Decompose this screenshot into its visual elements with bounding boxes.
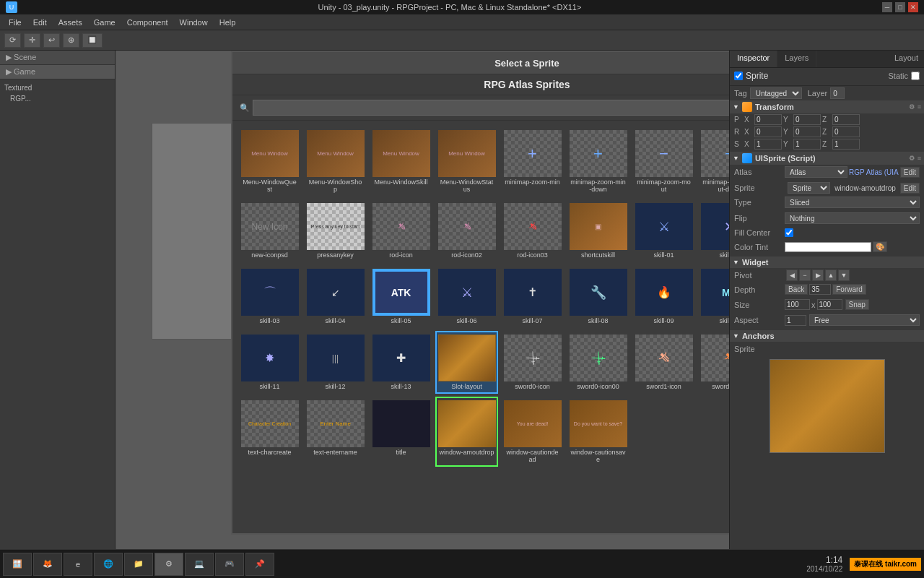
taskbar-game[interactable]: 🎮 (215, 553, 244, 576)
toolbar-btn-2[interactable]: ✛ (24, 33, 40, 48)
sprite-item-skill02[interactable]: ✕ skill-02 (698, 199, 729, 262)
fill-center-checkbox[interactable] (785, 228, 793, 237)
sprite-item-minimap-zoomin[interactable]: + minimap-zoom-min (501, 126, 564, 197)
depth-forward-button[interactable]: Forward (832, 284, 866, 295)
scale-y[interactable] (793, 139, 821, 150)
sprite-edit-button[interactable]: Edit (900, 183, 920, 194)
sprite-item-window-cautionsave[interactable]: Do you want to save? window-cautionsave (567, 397, 629, 467)
rotation-z[interactable] (832, 126, 860, 137)
menu-assets[interactable]: Assets (53, 17, 88, 28)
sprite-item-text-charcreate[interactable]: Character Creation text-charcreate (238, 397, 301, 467)
sprite-item-sword1-icon[interactable]: 🗡 sword1-icon (632, 331, 695, 394)
pivot-minus-button[interactable]: − (799, 269, 811, 281)
sprite-select[interactable]: Sprite (788, 182, 830, 194)
layer-input[interactable] (830, 87, 845, 99)
sprite-item-skill01[interactable]: ⚔ skill-01 (632, 199, 695, 262)
taskbar-explorer[interactable]: 📁 (124, 553, 153, 576)
color-tint-swatch[interactable] (785, 242, 871, 252)
window-controls[interactable]: ─ □ ✕ (882, 2, 918, 12)
sprite-item-menu-windowskill[interactable]: Menu Window Menu-WindowSkill (370, 126, 432, 197)
transform-menu[interactable]: ≡ (918, 103, 921, 111)
size-height-input[interactable] (817, 299, 842, 310)
size-width-input[interactable] (785, 299, 810, 310)
position-y[interactable] (793, 114, 821, 125)
layout-dropdown[interactable]: Layout (889, 51, 924, 67)
sprite-item-skill12[interactable]: ||| skill-12 (304, 331, 367, 394)
atlas-value[interactable]: RGP Atlas (UIA (849, 168, 899, 176)
sprite-item-newicon[interactable]: New Icon new-iconpsd (238, 199, 301, 262)
sprite-item-minimap-zoomindown[interactable]: + minimap-zoom-min-down (567, 126, 629, 197)
sprite-item-rod-icon[interactable]: 🗡 rod-icon (370, 199, 432, 262)
sprite-item-shortcutskill[interactable]: ▣ shortcutskill (567, 199, 629, 262)
taskbar-chrome[interactable]: 🌐 (94, 553, 123, 576)
sprite-item-skill09[interactable]: 🔥 skill-09 (632, 265, 695, 328)
sprite-item-rod-icon02[interactable]: 🗡 rod-icon02 (435, 199, 498, 262)
menu-component[interactable]: Component (121, 17, 174, 28)
layers-tab[interactable]: Layers (777, 51, 816, 67)
scene-tab[interactable]: ▶ Scene (0, 51, 115, 65)
toolbar-btn-4[interactable]: ⊕ (63, 33, 79, 48)
taskbar-pin[interactable]: 📌 (245, 553, 274, 576)
atlas-edit-button[interactable]: Edit (900, 167, 920, 178)
toolbar-btn-3[interactable]: ↩ (43, 33, 60, 48)
inspector-tab[interactable]: Inspector (730, 51, 777, 67)
atlas-select[interactable]: Atlas (785, 166, 847, 178)
scale-x[interactable] (754, 139, 782, 150)
uisprite-header[interactable]: ▼ UISprite (Script) ⚙ ≡ (730, 152, 924, 165)
sprite-item-skill03[interactable]: ⌒ skill-03 (238, 265, 301, 328)
static-checkbox[interactable] (911, 72, 920, 80)
search-input[interactable] (253, 100, 729, 116)
menu-help[interactable]: Help (214, 17, 242, 28)
sprite-item-text-entername[interactable]: Enter Name text-entername (304, 397, 367, 467)
transform-gear[interactable]: ⚙ (909, 103, 915, 111)
position-x[interactable] (754, 114, 782, 125)
depth-input[interactable] (809, 284, 831, 295)
sprite-item-menu-windowstatus[interactable]: Menu Window Menu-WindowStatus (435, 126, 498, 197)
type-select[interactable]: Sliced (785, 197, 920, 208)
transform-header[interactable]: ▼ Transform ⚙ ≡ (730, 100, 924, 113)
sprite-item-skill04[interactable]: ↙ skill-04 (304, 265, 367, 328)
taskbar-unity[interactable]: ⚙ (154, 553, 183, 576)
aspect-mode-select[interactable]: Free (809, 314, 920, 326)
widget-header[interactable]: ▼ Widget (730, 256, 924, 268)
sprite-item-menu-windowquest[interactable]: Menu Window Menu-WindowQuest (238, 126, 301, 197)
position-z[interactable] (832, 114, 860, 125)
pivot-right-button[interactable]: ▶ (812, 269, 824, 281)
toolbar-btn-1[interactable]: ⟳ (4, 33, 21, 48)
sprite-item-menu-windowshop[interactable]: Menu Window Menu-WindowShop (304, 126, 367, 197)
pivot-down-button[interactable]: ▼ (838, 269, 850, 281)
rotation-y[interactable] (793, 126, 821, 137)
sprite-item-skill06[interactable]: ⚔ skill-06 (435, 265, 498, 328)
menu-file[interactable]: File (3, 17, 27, 28)
sprite-item-sword0-icon[interactable]: ⚔ sword0-icon (501, 331, 564, 394)
menu-edit[interactable]: Edit (27, 17, 53, 28)
rotation-x[interactable] (754, 126, 782, 137)
uisprite-gear[interactable]: ⚙ (909, 155, 915, 162)
snap-button[interactable]: Snap (845, 299, 869, 310)
sprite-item-title[interactable]: title (370, 397, 432, 467)
taskbar-firefox[interactable]: 🦊 (33, 553, 62, 576)
sprite-item-window-amoutdrop[interactable]: window-amoutdrop (435, 397, 498, 467)
scale-z[interactable] (832, 139, 860, 150)
sprite-item-sword0-icon00[interactable]: ⚔ sword0-icon00 (567, 331, 629, 394)
sprite-item-skill08[interactable]: 🔧 skill-08 (567, 265, 629, 328)
sprite-item-skill11[interactable]: ✸ skill-11 (238, 331, 301, 394)
toolbar-btn-5[interactable]: 🔲 (82, 33, 103, 48)
sprite-item-sword2-icon[interactable]: 🗡 sword2-icon (698, 331, 729, 394)
sprite-item-skill13[interactable]: ✚ skill-13 (370, 331, 432, 394)
maximize-button[interactable]: □ (895, 2, 905, 12)
tag-select[interactable]: Untagged (750, 87, 802, 99)
sprite-item-skill05[interactable]: ATK skill-05 (370, 265, 432, 328)
flip-select[interactable]: Nothing (785, 212, 920, 224)
sprite-item-minimap-zoommoutdown[interactable]: − minimap-zoom-mout-down (698, 126, 729, 197)
game-tab[interactable]: ▶ Game (0, 65, 115, 79)
aspect-input[interactable] (785, 315, 806, 326)
gameobject-active-checkbox[interactable] (734, 72, 743, 80)
taskbar-vs[interactable]: 💻 (185, 553, 214, 576)
sprite-item-rod-icon03[interactable]: 🗡 rod-icon03 (501, 199, 564, 262)
hierarchy-item-textured[interactable]: Textured (3, 82, 112, 93)
sprite-item-skill07[interactable]: ✝ skill-07 (501, 265, 564, 328)
sprite-item-pressanykey[interactable]: Press any key to start pressanykey (304, 199, 367, 262)
close-button[interactable]: ✕ (908, 2, 918, 12)
uisprite-menu[interactable]: ≡ (918, 155, 921, 162)
